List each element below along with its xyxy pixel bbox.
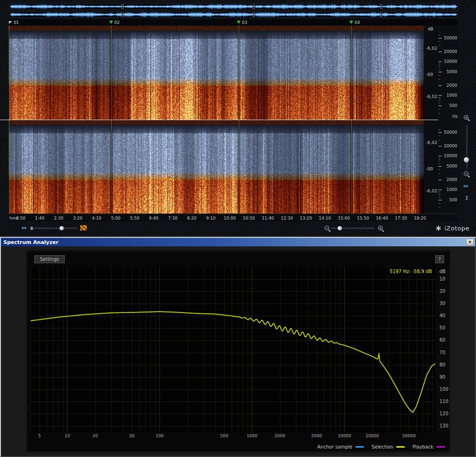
izotope-star-icon: [436, 225, 442, 231]
time-tick: 15:50: [357, 216, 369, 221]
waveform-overview-right-canvas[interactable]: [10, 12, 457, 17]
waveform-overview-right[interactable]: [9, 11, 458, 18]
time-tick: 17:30: [395, 216, 407, 221]
help-button[interactable]: ?: [435, 255, 444, 263]
time-tick: 10:50: [243, 216, 255, 221]
spectrum-analyzer-window: Spectrum Analyzer × Settings ? 5197 Hz: …: [0, 237, 476, 457]
spectrogram-channel-1[interactable]: [8, 26, 424, 120]
time-tick: 14:10: [319, 216, 331, 221]
db-axis-label: 60: [439, 337, 446, 343]
spectrogram-channel-2[interactable]: [8, 120, 424, 213]
waveform-overview-left-canvas[interactable]: [10, 4, 457, 9]
time-tick: 1:40: [35, 216, 44, 221]
freq-scale-label: 20000: [444, 144, 457, 148]
zoom-out-time-icon[interactable]: [325, 226, 329, 230]
freq-axis-label: 10: [65, 434, 70, 438]
freq-scale-label: 5000: [446, 164, 457, 168]
amp-scale-label: -00: [426, 72, 433, 77]
freq-axis-label: 100: [156, 434, 164, 438]
time-ruler[interactable]: hms 0:501:402:303:204:105:005:506:407:30…: [8, 213, 458, 221]
h-scroll-icon[interactable]: ↔: [463, 183, 468, 190]
close-button[interactable]: ×: [466, 239, 474, 245]
time-tick: 13:20: [300, 216, 312, 221]
legend-swatch: [355, 446, 364, 448]
freq-scale: Hz 5000020000100005000200010005005000020…: [438, 26, 459, 213]
marker-03[interactable]: 03: [239, 19, 247, 25]
amp-scale-label: -6,02: [426, 189, 438, 193]
spectrogram-settings-button[interactable]: [80, 225, 87, 231]
spectrum-plot[interactable]: [30, 267, 435, 432]
screen: 01020304 dB -6,02-00-6,02-6,02-00-6,02 H…: [0, 0, 476, 457]
freq-scale-label: 50000: [444, 36, 457, 40]
freq-scale-label: 1000: [446, 93, 457, 98]
time-tick: 12:30: [281, 216, 293, 221]
time-tick: 7:30: [168, 216, 177, 221]
time-tick: 6:40: [149, 216, 159, 221]
db-axis-label: 40: [439, 313, 446, 318]
freq-axis-label: 50: [129, 434, 134, 438]
legend-item: Playback: [412, 444, 445, 449]
window-title: Spectrum Analyzer: [2, 239, 59, 245]
titlebar[interactable]: Spectrum Analyzer ×: [1, 238, 475, 246]
marker-01[interactable]: 01: [9, 19, 19, 25]
marker-02[interactable]: 02: [111, 19, 120, 25]
freq-scale-label: 10000: [444, 153, 457, 158]
time-tick: 2:30: [54, 216, 63, 221]
legend-label: Anchor sample: [317, 444, 353, 449]
right-toolbar: ↔ ↕: [460, 26, 476, 213]
amp-scale-label: -6,02: [426, 140, 438, 145]
freq-axis-label: 500: [220, 434, 228, 438]
legend-label: Selection: [371, 444, 393, 449]
time-tick: 15:00: [338, 216, 350, 221]
amp-scale-label: -6,02: [426, 94, 438, 99]
cursor-readout: 5197 Hz: -58,9 dB: [388, 268, 434, 274]
db-axis-label: 80: [439, 362, 446, 367]
amp-scale-label: -6,02: [426, 46, 438, 51]
marker-flag-icon: [9, 21, 12, 24]
zoom-track[interactable]: [331, 228, 374, 229]
izotope-logo-text: iZotope: [445, 225, 469, 232]
h-scroll-arrows-icon[interactable]: ↔: [22, 224, 27, 231]
time-tick: 4:10: [92, 216, 101, 221]
editor: 01020304 dB -6,02-00-6,02-6,02-00-6,02 H…: [0, 0, 476, 236]
db-axis-label: 20: [439, 289, 446, 294]
zoom-out-icon[interactable]: [464, 171, 468, 176]
v-scroll-icon[interactable]: ↕: [464, 195, 469, 201]
freq-axis-label: 1000: [247, 434, 257, 438]
hz-label: Hz: [453, 114, 458, 119]
marker-04[interactable]: 04: [351, 19, 360, 25]
spectrum-freq-axis: 5102050100500100020005000100002000050000: [30, 434, 435, 440]
zoom-knob[interactable]: [338, 226, 342, 230]
freq-scale-label: 1000: [446, 187, 457, 192]
freq-axis-label: 5: [38, 434, 41, 438]
waveform-overview-left[interactable]: [9, 3, 458, 10]
marker-label: 04: [355, 20, 360, 25]
h-scroll-track[interactable]: [31, 228, 77, 229]
zoom-in-time-icon[interactable]: [378, 226, 383, 230]
db-axis-label: 10: [439, 276, 446, 282]
time-tick: 16:40: [376, 216, 388, 221]
freq-scale-label: 500: [449, 198, 457, 202]
analyzer-panel: Settings ? 5197 Hz: -58,9 dB dB 10203040…: [26, 250, 450, 452]
db-axis-label: 70: [439, 350, 446, 355]
window-body: Settings ? 5197 Hz: -58,9 dB dB 10203040…: [1, 246, 475, 456]
time-tick: 9:10: [206, 216, 215, 221]
amp-scale-label: -00: [426, 167, 433, 171]
spectrum-plot-area[interactable]: 5197 Hz: -58,9 dB: [30, 267, 435, 432]
freq-scale-label: 5000: [446, 69, 457, 74]
marker-label: 02: [114, 20, 120, 25]
freq-scale-label: 10000: [444, 59, 457, 64]
legend-label: Playback: [412, 444, 433, 449]
settings-button[interactable]: Settings: [34, 255, 65, 263]
spectrum-legend: Anchor sampleSelectionPlayback: [317, 444, 446, 449]
legend-swatch: [437, 446, 445, 448]
legend-item: Anchor sample: [317, 444, 364, 449]
h-scroll-knob[interactable]: [60, 226, 64, 230]
h-scroll-end-handle[interactable]: [30, 227, 33, 230]
freq-axis-label: 20000: [365, 434, 379, 438]
vertical-zoom-knob[interactable]: [464, 157, 469, 162]
marker-triangle-icon: [349, 21, 353, 24]
time-tick: 18:20: [414, 216, 426, 221]
marker-label: 01: [14, 20, 19, 25]
zoom-in-icon[interactable]: [464, 115, 468, 120]
